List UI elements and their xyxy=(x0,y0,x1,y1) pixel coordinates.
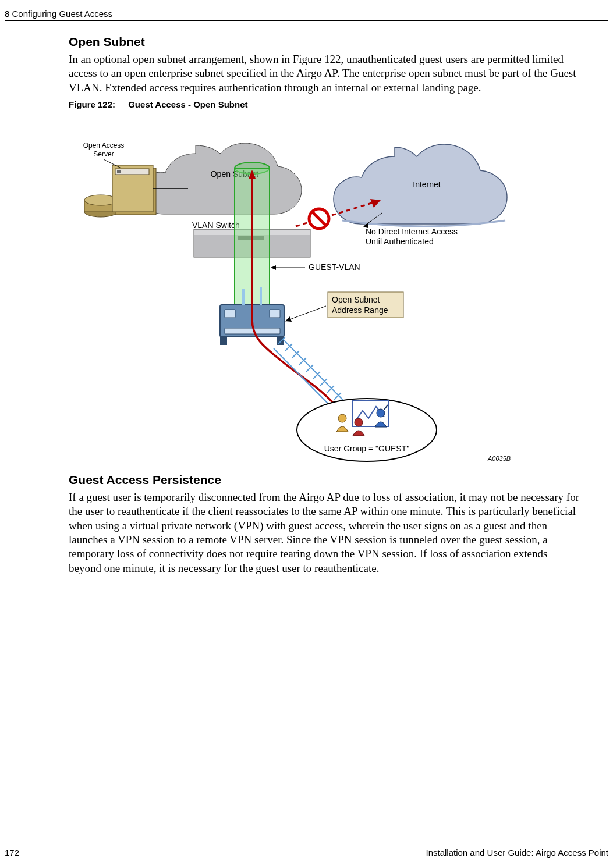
callout-line2: Address Range xyxy=(332,305,388,315)
page-footer: 172 Installation and User Guide: Airgo A… xyxy=(5,844,608,858)
guest-user-group: User Group = "GUEST" xyxy=(297,399,437,461)
figure-122: Open Subnet Internet xyxy=(69,113,581,465)
svg-rect-21 xyxy=(220,337,227,345)
page-header: 8 Configuring Guest Access xyxy=(5,9,608,21)
svg-marker-45 xyxy=(271,265,276,270)
address-range-callout: Open Subnet Address Range xyxy=(285,292,403,322)
figure-lead: Figure 122: xyxy=(69,99,115,109)
figure-caption-text: Guest Access - Open Subnet xyxy=(128,99,247,109)
user-group-label: User Group = "GUEST" xyxy=(324,444,410,453)
figure-svg: Open Subnet Internet xyxy=(69,113,581,465)
open-subnet-cloud: Open Subnet xyxy=(140,143,302,214)
server-label-line2: Server xyxy=(93,150,114,158)
callout-line1: Open Subnet xyxy=(332,295,380,304)
guest-vlan-text: GUEST-VLAN xyxy=(309,262,360,272)
vlan-switch-label: VLAN Switch xyxy=(192,220,240,230)
section-body-persistence: If a guest user is temporarily disconnec… xyxy=(69,490,581,575)
internet-cloud: Internet xyxy=(334,144,507,226)
footer-doc-title: Installation and User Guide: Airgo Acces… xyxy=(426,848,608,858)
guest-vlan-label: GUEST-VLAN xyxy=(271,262,360,272)
svg-point-53 xyxy=(377,409,385,417)
figure-caption-row: Figure 122: Guest Access - Open Subnet xyxy=(69,99,581,109)
content-area: Open Subnet In an optional open subnet a… xyxy=(69,35,581,580)
svg-line-34 xyxy=(334,393,341,400)
block-icon xyxy=(309,209,329,229)
svg-point-51 xyxy=(338,414,346,422)
section-body-open-subnet: In an optional open subnet arrangement, … xyxy=(69,52,581,95)
svg-point-52 xyxy=(355,418,363,426)
server-label-line1: Open Access xyxy=(83,141,125,150)
no-direct-line1: No Direct Internet Access xyxy=(366,227,458,236)
svg-rect-17 xyxy=(270,310,280,318)
internet-label: Internet xyxy=(413,180,441,189)
header-chapter: 8 Configuring Guest Access xyxy=(5,9,112,19)
section-title-persistence: Guest Access Persistence xyxy=(69,473,581,487)
svg-marker-47 xyxy=(285,316,292,322)
page-number: 172 xyxy=(5,848,19,858)
svg-line-46 xyxy=(285,306,326,321)
svg-rect-6 xyxy=(117,170,121,173)
figure-ref: A0035B xyxy=(487,455,511,462)
svg-rect-16 xyxy=(225,310,235,318)
no-direct-line2: Until Authenticated xyxy=(366,237,434,246)
section-title-open-subnet: Open Subnet xyxy=(69,35,581,49)
